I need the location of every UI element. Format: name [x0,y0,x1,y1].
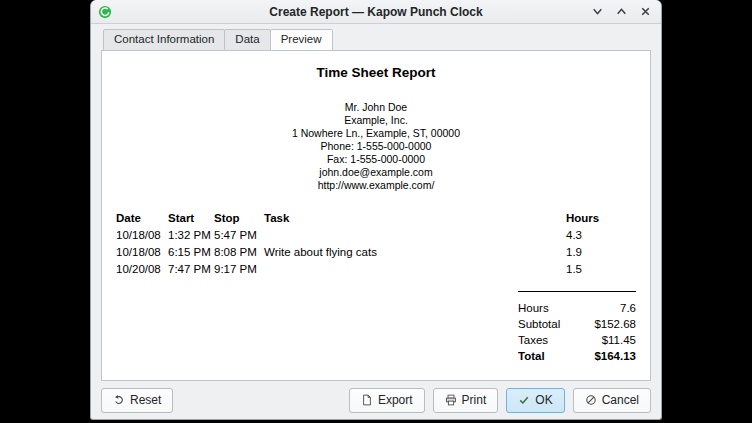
totals-label: Hours [518,300,549,316]
col-header-date: Date [116,209,168,226]
export-button[interactable]: Export [349,388,425,413]
cell-hours: 1.9 [566,243,636,260]
check-icon [518,394,530,406]
col-header-start: Start [168,209,214,226]
table-row: 10/18/08 1:32 PM 5:47 PM 4.3 [116,226,636,243]
create-report-dialog: Create Report — Kapow Punch Clock Contac… [90,0,662,420]
titlebar[interactable]: Create Report — Kapow Punch Clock [91,0,661,24]
totals-label: Subtotal [518,316,560,332]
cancel-button-label: Cancel [602,393,639,407]
contact-line: Example, Inc. [116,114,636,127]
window-title: Create Report — Kapow Punch Clock [91,5,661,19]
tab-data[interactable]: Data [224,29,270,51]
cell-date: 10/18/08 [116,243,168,260]
cell-start: 6:15 PM [168,243,214,260]
contact-line: 1 Nowhere Ln., Example, ST, 00000 [116,127,636,140]
report-preview: Time Sheet Report Mr. John Doe Example, … [102,51,650,364]
cell-stop: 9:17 PM [214,260,264,277]
print-button-label: Print [462,393,487,407]
totals-row-total: Total $164.13 [518,348,636,364]
button-bar: Reset Export Print OK Cancel [91,381,661,419]
totals-label: Taxes [518,332,548,348]
contact-line: http://www.example.com/ [116,179,636,192]
cell-start: 1:32 PM [168,226,214,243]
totals-row: Hours 7.6 [518,300,636,316]
document-export-icon [361,394,373,406]
ok-button-label: OK [535,393,552,407]
maximize-button[interactable] [615,5,628,18]
cell-date: 10/18/08 [116,226,168,243]
printer-icon [445,394,457,406]
contact-line: Mr. John Doe [116,101,636,114]
kapow-app-icon [98,5,112,19]
totals-value: 7.6 [620,300,636,316]
cell-hours: 4.3 [566,226,636,243]
cell-date: 10/20/08 [116,260,168,277]
cancel-icon [585,394,597,406]
tab-bar: Contact Information Data Preview [91,29,661,50]
contact-line: Fax: 1-555-000-0000 [116,153,636,166]
table-row: 10/20/08 7:47 PM 9:17 PM 1.5 [116,260,636,277]
totals-value: $164.13 [594,348,636,364]
reset-button-label: Reset [130,393,161,407]
cell-start: 7:47 PM [168,260,214,277]
cell-task [264,226,566,243]
undo-icon [113,394,125,406]
totals-block: Hours 7.6 Subtotal $152.68 Taxes $11.45 … [518,291,636,364]
totals-label: Total [518,348,545,364]
cell-hours: 1.5 [566,260,636,277]
preview-pane[interactable]: Time Sheet Report Mr. John Doe Example, … [101,50,651,381]
timesheet-table: Date Start Stop Task Hours 10/18/08 1:32… [116,209,636,277]
contact-line: john.doe@example.com [116,166,636,179]
table-row: 10/18/08 6:15 PM 8:08 PM Write about fly… [116,243,636,260]
table-header-row: Date Start Stop Task Hours [116,209,636,226]
window-controls [591,0,652,23]
print-button[interactable]: Print [433,388,499,413]
export-button-label: Export [378,393,413,407]
col-header-hours: Hours [566,209,636,226]
totals-value: $152.68 [594,316,636,332]
totals-row: Subtotal $152.68 [518,316,636,332]
ok-button[interactable]: OK [506,388,564,413]
col-header-stop: Stop [214,209,264,226]
tab-contact-information[interactable]: Contact Information [103,29,225,51]
cancel-button[interactable]: Cancel [573,388,651,413]
cell-task [264,260,566,277]
close-button[interactable] [639,5,652,18]
cell-stop: 5:47 PM [214,226,264,243]
minimize-button[interactable] [591,5,604,18]
totals-row: Taxes $11.45 [518,332,636,348]
cell-task: Write about flying cats [264,243,566,260]
contact-line: Phone: 1-555-000-0000 [116,140,636,153]
contact-block: Mr. John Doe Example, Inc. 1 Nowhere Ln.… [116,101,636,192]
col-header-task: Task [264,209,566,226]
reset-button[interactable]: Reset [101,388,173,413]
cell-stop: 8:08 PM [214,243,264,260]
totals-value: $11.45 [602,332,636,348]
report-title: Time Sheet Report [116,65,636,80]
tab-preview[interactable]: Preview [270,29,333,51]
